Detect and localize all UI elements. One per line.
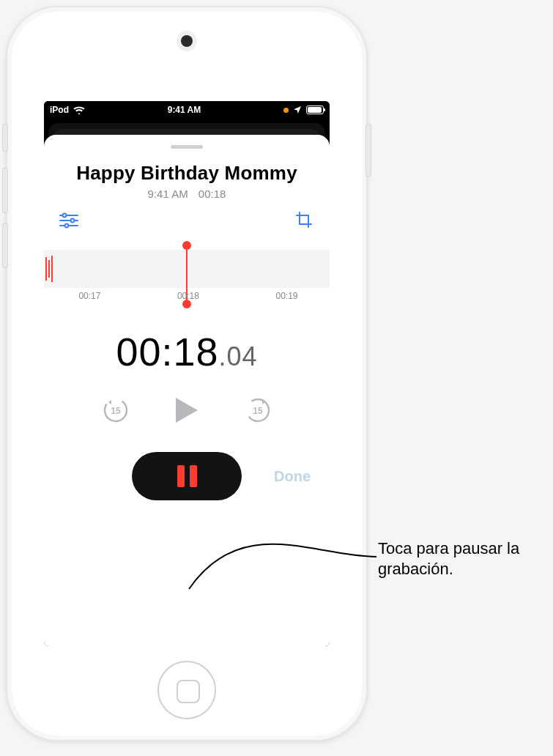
options-icon[interactable] (59, 210, 79, 231)
volume-down-button[interactable] (3, 223, 7, 267)
pause-record-button[interactable] (132, 452, 242, 500)
device-screen: iPod 9:41 AM Happy Birthday Momm (44, 101, 330, 646)
status-bar: iPod 9:41 AM (44, 101, 330, 119)
mute-switch[interactable] (3, 125, 7, 151)
svg-point-3 (63, 214, 67, 218)
skip-forward-15-button[interactable]: 15 (242, 394, 274, 426)
svg-point-4 (71, 219, 75, 223)
crop-icon[interactable] (294, 210, 315, 231)
tick-next: 00:19 (275, 291, 297, 301)
recording-sheet: Happy Birthday Mommy 9:41 AM 00:18 (44, 135, 330, 646)
wifi-icon (73, 105, 85, 114)
waveform[interactable]: 00:17 00:18 00:19 (44, 245, 330, 311)
recording-subtitle: 9:41 AM 00:18 (57, 188, 316, 200)
svg-point-5 (65, 224, 69, 228)
done-button[interactable]: Done (274, 468, 311, 485)
sheet-grabber[interactable] (171, 145, 203, 149)
pause-icon (177, 465, 197, 487)
home-button[interactable] (157, 661, 216, 719)
power-button[interactable] (366, 125, 371, 176)
recording-title[interactable]: Happy Birthday Mommy (57, 162, 316, 185)
recording-indicator-dot (283, 108, 289, 113)
status-time: 9:41 AM (168, 105, 201, 115)
front-camera (181, 35, 193, 47)
play-button[interactable] (170, 393, 204, 427)
skip-back-15-button[interactable]: 15 (100, 394, 132, 426)
recording-time-label: 9:41 AM (148, 188, 188, 200)
recording-duration-label: 00:18 (198, 188, 226, 200)
battery-icon (306, 105, 324, 114)
tick-current: 00:18 (177, 291, 199, 301)
timeline-ticks: 00:17 00:18 00:19 (44, 291, 330, 311)
volume-up-button[interactable] (3, 168, 7, 212)
tick-prev: 00:17 (78, 291, 100, 301)
svg-text:15: 15 (253, 406, 263, 416)
carrier-label: iPod (50, 105, 69, 115)
elapsed-frac: .04 (219, 341, 258, 371)
elapsed-time: 00:18.04 (57, 329, 316, 374)
location-icon (293, 105, 302, 114)
svg-text:15: 15 (111, 406, 121, 416)
ipod-device-frame: iPod 9:41 AM Happy Birthday Momm (7, 7, 366, 740)
elapsed-main: 00:18 (116, 330, 218, 374)
callout-text: Toca para pausar la grabación. (378, 538, 546, 579)
